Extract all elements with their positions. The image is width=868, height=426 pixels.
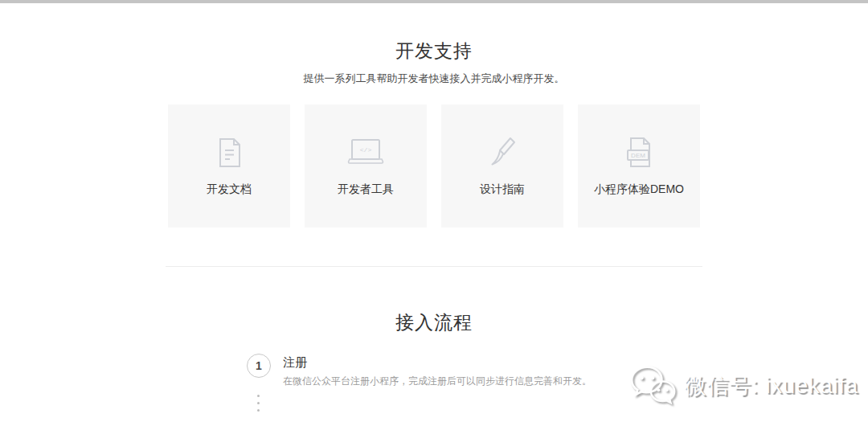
step-body: 注册 在微信公众平台注册小程序，完成注册后可以同步进行信息完善和开发。 (283, 354, 592, 388)
card-label-dev-docs: 开发文档 (207, 182, 252, 197)
step-connector-dots (257, 395, 260, 412)
document-icon (211, 133, 247, 173)
card-label-dev-tools: 开发者工具 (338, 182, 394, 197)
wechat-logo-icon (628, 363, 678, 408)
watermark: 微信号: ixuekaifa (628, 363, 858, 408)
card-dev-tools[interactable]: </> 开发者工具 (305, 104, 427, 227)
dev-support-cards: 开发文档 </> 开发者工具 设计指南 (168, 104, 700, 227)
access-process-title: 接入流程 (0, 310, 868, 335)
dev-support-subtitle: 提供一系列工具帮助开发者快速接入并完成小程序开发。 (0, 72, 868, 86)
watermark-text: 微信号: ixuekaifa (684, 371, 858, 400)
card-demo[interactable]: DEM 小程序体验DEMO (578, 104, 700, 227)
demo-badge-text: DEM (631, 152, 645, 159)
step-title: 注册 (283, 355, 592, 371)
dev-support-title: 开发支持 (0, 39, 868, 63)
paint-brush-icon (484, 133, 521, 173)
page: 开发支持 提供一系列工具帮助开发者快速接入并完成小程序开发。 开发文档 </> (0, 0, 868, 426)
card-label-demo: 小程序体验DEMO (594, 182, 684, 197)
code-glyph: </> (360, 146, 372, 154)
step-description: 在微信公众平台注册小程序，完成注册后可以同步进行信息完善和开发。 (283, 375, 592, 388)
step-number-badge: 1 (247, 354, 271, 378)
process-step-1: 1 注册 在微信公众平台注册小程序，完成注册后可以同步进行信息完善和开发。 (247, 354, 592, 388)
section-divider (166, 266, 702, 267)
card-label-design-guide: 设计指南 (480, 182, 525, 197)
demo-file-icon: DEM (621, 133, 657, 173)
card-design-guide[interactable]: 设计指南 (441, 104, 563, 227)
card-dev-docs[interactable]: 开发文档 (168, 104, 290, 227)
window-top-border (0, 0, 868, 3)
laptop-code-icon: </> (346, 133, 386, 173)
